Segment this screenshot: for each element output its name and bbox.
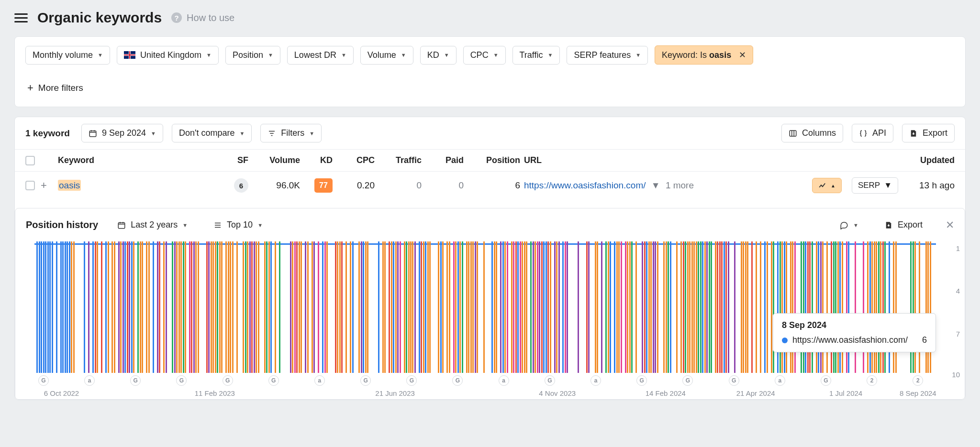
filter-monthly-volume[interactable]: Monthly volume▼ [25, 46, 110, 65]
serp-button[interactable]: SERP▼ [852, 177, 898, 194]
series-spike [751, 241, 753, 373]
update-marker[interactable]: G [682, 375, 693, 386]
col-cpc[interactable]: CPC [336, 155, 375, 165]
close-icon[interactable]: ✕ [946, 219, 954, 231]
update-marker[interactable]: G [223, 375, 233, 386]
update-marker[interactable]: 2 [913, 375, 923, 386]
columns-button[interactable]: Columns [781, 124, 843, 142]
series-spike [142, 241, 143, 373]
series-spike [120, 241, 122, 373]
menu-icon[interactable] [14, 13, 28, 22]
chevron-down-icon[interactable]: ▼ [651, 180, 660, 190]
position-chart-button[interactable]: ▲ [812, 178, 842, 193]
filter-volume[interactable]: Volume▼ [360, 46, 413, 65]
update-marker[interactable]: G [268, 375, 279, 386]
update-marker[interactable]: G [636, 375, 647, 386]
series-spike [427, 241, 429, 373]
series-spike [863, 241, 864, 373]
update-marker[interactable]: a [84, 375, 95, 386]
filter-chip-keyword[interactable]: Keyword: Is oasis ✕ [655, 45, 753, 65]
col-updated[interactable]: Updated [902, 155, 955, 165]
series-spike [618, 241, 620, 373]
comment-button[interactable]: ▼ [833, 217, 865, 233]
api-button[interactable]: API [852, 124, 893, 142]
date-picker[interactable]: 9 Sep 2024▼ [81, 124, 163, 142]
series-spike [326, 241, 328, 373]
filter-cpc[interactable]: CPC▼ [463, 46, 506, 65]
series-spike [734, 241, 735, 373]
series-spike [554, 241, 556, 373]
series-spike [148, 241, 150, 373]
chevron-down-icon: ▼ [548, 52, 553, 58]
filter-traffic[interactable]: Traffic▼ [512, 46, 560, 65]
col-kd[interactable]: KD [304, 155, 333, 165]
export-button[interactable]: Export [902, 124, 955, 142]
update-marker[interactable]: G [545, 375, 555, 386]
filter-country[interactable]: United Kingdom▼ [117, 46, 219, 65]
keyword-link[interactable]: oasis [58, 180, 81, 191]
update-marker[interactable]: G [821, 375, 831, 386]
series-spike [543, 241, 545, 373]
chevron-up-icon: ▲ [831, 183, 835, 188]
filter-lowest-dr[interactable]: Lowest DR▼ [287, 46, 354, 65]
keyword-count: 1 keyword [25, 128, 70, 139]
series-spike [855, 241, 856, 373]
update-marker[interactable]: G [729, 375, 739, 386]
column-filters-button[interactable]: Filters▼ [260, 124, 322, 142]
top-dropdown[interactable]: Top 10▼ [207, 216, 269, 234]
close-icon[interactable]: ✕ [739, 50, 746, 60]
series-spike [268, 241, 270, 373]
series-spike [717, 241, 718, 373]
row-checkbox[interactable] [25, 181, 35, 190]
col-sf[interactable]: SF [220, 155, 248, 165]
more-urls[interactable]: 1 more [666, 180, 694, 190]
update-marker[interactable]: G [360, 375, 371, 386]
series-spike [657, 241, 658, 373]
update-marker[interactable]: a [499, 375, 509, 386]
range-dropdown[interactable]: Last 2 years▼ [111, 216, 194, 234]
select-all-checkbox[interactable] [25, 156, 35, 165]
col-url[interactable]: URL [524, 155, 701, 165]
position-history-chart[interactable]: 1 4 7 10 6 Oct 202211 Feb 202321 Jun 202… [15, 241, 965, 399]
update-marker[interactable]: 2 [867, 375, 877, 386]
series-spike [163, 241, 165, 373]
chevron-down-icon: ▼ [635, 52, 641, 58]
filter-kd[interactable]: KD▼ [420, 46, 457, 65]
update-marker[interactable]: G [406, 375, 417, 386]
series-spike [653, 241, 654, 373]
chevron-down-icon: ▼ [206, 52, 212, 58]
update-marker[interactable]: a [314, 375, 325, 386]
update-marker[interactable]: a [775, 375, 785, 386]
series-spike [442, 241, 444, 373]
filter-serp-features[interactable]: SERP features▼ [567, 46, 648, 65]
series-spike [567, 241, 568, 373]
col-volume[interactable]: Volume [252, 155, 300, 165]
expand-icon[interactable]: + [41, 179, 47, 192]
more-filters-button[interactable]: +More filters [25, 78, 85, 98]
series-spike [45, 241, 46, 373]
col-paid[interactable]: Paid [425, 155, 464, 165]
filter-position[interactable]: Position▼ [225, 46, 280, 65]
series-spike [869, 241, 871, 373]
sf-badge[interactable]: 6 [234, 178, 248, 193]
col-keyword[interactable]: Keyword [58, 155, 216, 165]
panel-export-button[interactable]: Export [878, 216, 929, 234]
update-marker[interactable]: G [38, 375, 49, 386]
series-spike [610, 241, 611, 373]
series-spike [773, 241, 774, 373]
update-marker[interactable]: a [590, 375, 601, 386]
how-to-use-link[interactable]: ? How to use [171, 12, 234, 23]
series-spike [835, 241, 836, 373]
series-spike [627, 241, 628, 373]
series-spike [174, 241, 176, 373]
series-spike [39, 241, 40, 373]
update-marker[interactable]: G [452, 375, 463, 386]
compare-dropdown[interactable]: Don't compare▼ [172, 124, 252, 142]
series-spike [644, 241, 646, 373]
col-traffic[interactable]: Traffic [379, 155, 422, 165]
update-marker[interactable]: G [176, 375, 187, 386]
series-spike [195, 241, 197, 373]
update-marker[interactable]: G [130, 375, 141, 386]
col-position[interactable]: Position [468, 155, 520, 165]
url-link[interactable]: https://www.oasisfashion.com/ [524, 180, 646, 190]
